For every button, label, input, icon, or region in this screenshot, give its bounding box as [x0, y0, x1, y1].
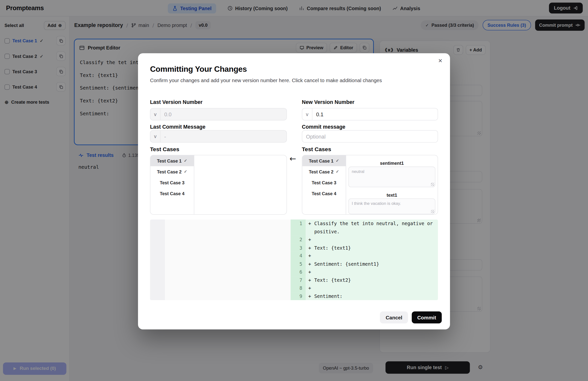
test-case-detail-empty	[194, 155, 287, 214]
test-cases-box-right: Test Case 1 ✓ Test Case 2 ✓ Test Case 3 …	[302, 155, 438, 214]
diff-line-number: 3	[291, 244, 306, 252]
diff-text	[314, 236, 438, 244]
check-icon: ✓	[184, 169, 187, 174]
diff-old-pane	[150, 219, 291, 300]
list-item-test-case-2[interactable]: Test Case 2 ✓	[302, 166, 346, 177]
diff-added-sign: +	[308, 268, 314, 276]
diff-added-sign: +	[308, 219, 314, 236]
diff-added-sign: +	[308, 276, 314, 284]
test-case-label: Test Case 4	[160, 191, 184, 196]
version-prefix: v	[302, 108, 312, 120]
modal-title: Committing Your Changes	[150, 65, 247, 73]
diff-line: 6+	[291, 268, 438, 276]
test-case-variables: sentiment1 text1	[346, 155, 438, 214]
commit-message-label: Commit message	[302, 124, 345, 130]
diff-text: Classify the tet into neutral, negative …	[314, 219, 438, 236]
diff-text: Sentiment: {sentiment1}	[314, 260, 438, 268]
variable-value-wrap	[348, 167, 435, 187]
test-case-label: Test Case 2	[309, 169, 334, 174]
diff-added-sign: +	[308, 284, 314, 292]
new-version-label: New Version Number	[302, 99, 354, 105]
test-cases-heading-right: Test Cases	[302, 146, 331, 152]
diff-line-number: 4	[291, 252, 306, 260]
screen: Prompteams Testing Panel History (Coming…	[0, 0, 588, 381]
diff-line-number: 1	[291, 219, 306, 236]
modal-actions: Cancel Commit	[380, 311, 442, 324]
version-prefix: v	[150, 108, 160, 120]
diff-text	[314, 284, 438, 292]
diff-old-gutter	[150, 219, 165, 300]
last-version-input: v	[150, 108, 287, 120]
diff-text: Sentiment:	[314, 292, 438, 300]
commit-message-value[interactable]	[302, 133, 437, 139]
diff-line: 5+Sentiment: {sentiment1}	[291, 260, 438, 268]
test-case-list: Test Case 1 ✓ Test Case 2 ✓ Test Case 3 …	[150, 155, 194, 214]
diff-line: 1+Classify the tet into neutral, negativ…	[291, 219, 438, 236]
last-version-label: Last Version Number	[150, 99, 203, 105]
prompt-diff: 1+Classify the tet into neutral, negativ…	[150, 219, 438, 300]
list-item-test-case-4[interactable]: Test Case 4	[150, 188, 194, 199]
diff-line: 3+Text: {text1}	[291, 244, 438, 252]
check-icon: ✓	[336, 159, 339, 163]
variable-value-textarea	[348, 167, 435, 187]
test-case-label: Test Case 3	[312, 180, 336, 185]
test-cases-heading-left: Test Cases	[150, 146, 179, 152]
diff-text: Text: {text2}	[314, 276, 438, 284]
diff-added-sign: +	[308, 292, 314, 300]
diff-line-number: 2	[291, 236, 306, 244]
new-version-value[interactable]	[312, 111, 438, 117]
diff-line: 9+Sentiment:	[291, 292, 438, 300]
diff-line: 7+Text: {text2}	[291, 276, 438, 284]
diff-added-sign: +	[308, 236, 314, 244]
test-case-label: Test Case 3	[160, 180, 184, 185]
last-commit-value	[160, 133, 287, 139]
modal-subtitle: Confirm your changes and add your new ve…	[150, 78, 382, 83]
variable-value-textarea	[348, 198, 435, 214]
variable-value-wrap	[348, 198, 435, 214]
list-item-test-case-1[interactable]: Test Case 1 ✓	[302, 155, 346, 166]
version-prefix: v	[150, 131, 160, 142]
list-item-test-case-2[interactable]: Test Case 2 ✓	[150, 166, 194, 177]
last-commit-input: v	[150, 130, 287, 143]
commit-button[interactable]: Commit	[412, 311, 442, 324]
diff-added-sign: +	[308, 252, 314, 260]
last-commit-label: Last Commit Message	[150, 124, 205, 130]
variable-name: sentiment1	[346, 161, 438, 166]
commit-message-input[interactable]	[302, 130, 438, 143]
diff-line: 4+	[291, 252, 438, 260]
last-version-value	[160, 111, 287, 117]
list-item-test-case-3[interactable]: Test Case 3	[150, 177, 194, 188]
test-case-label: Test Case 4	[312, 191, 336, 196]
test-case-label: Test Case 2	[157, 169, 182, 174]
diff-line-number: 7	[291, 276, 306, 284]
diff-line-number: 6	[291, 268, 306, 276]
diff-text	[314, 268, 438, 276]
diff-new-pane: 1+Classify the tet into neutral, negativ…	[291, 219, 438, 300]
commit-modal: ✕ Committing Your Changes Confirm your c…	[138, 53, 450, 329]
diff-old-body	[165, 219, 291, 300]
diff-added-sign: +	[308, 244, 314, 252]
test-case-list: Test Case 1 ✓ Test Case 2 ✓ Test Case 3 …	[302, 155, 346, 214]
close-icon[interactable]: ✕	[438, 58, 443, 63]
test-case-label: Test Case 1	[157, 158, 182, 163]
diff-line-number: 5	[291, 260, 306, 268]
list-item-test-case-1[interactable]: Test Case 1 ✓	[150, 155, 194, 166]
variable-name: text1	[346, 192, 438, 198]
diff-text	[314, 252, 438, 260]
test-cases-box-left: Test Case 1 ✓ Test Case 2 ✓ Test Case 3 …	[150, 155, 287, 214]
arrow-left-icon: ←	[290, 155, 296, 163]
cancel-button[interactable]: Cancel	[380, 311, 408, 324]
diff-line: 8+	[291, 284, 438, 292]
diff-line: 2+	[291, 236, 438, 244]
list-item-test-case-3[interactable]: Test Case 3	[302, 177, 346, 188]
test-case-label: Test Case 1	[309, 158, 334, 163]
diff-line-number: 8	[291, 284, 306, 292]
check-icon: ✓	[184, 159, 187, 163]
check-icon: ✓	[336, 169, 339, 174]
diff-text: Text: {text1}	[314, 244, 438, 252]
diff-added-sign: +	[308, 260, 314, 268]
list-item-test-case-4[interactable]: Test Case 4	[302, 188, 346, 199]
diff-line-number: 9	[291, 292, 306, 300]
new-version-input[interactable]: v	[302, 108, 438, 120]
